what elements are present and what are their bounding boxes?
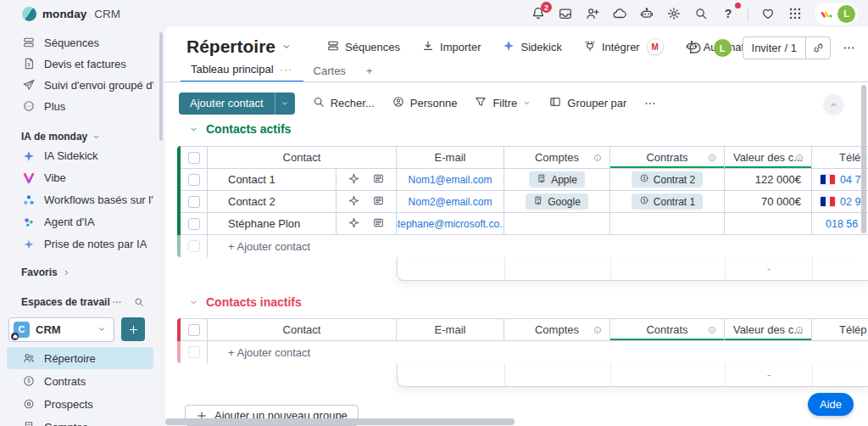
group-by-button[interactable]: Grouper par — [548, 95, 626, 111]
row-checkbox[interactable] — [188, 218, 200, 230]
info-icon[interactable] — [593, 153, 603, 165]
contact-name[interactable]: Contact 2 — [208, 191, 337, 212]
column-header-email[interactable]: E-mail — [397, 319, 504, 340]
contract-chip[interactable]: $ Contrat 2 — [632, 171, 703, 188]
info-icon[interactable] — [593, 325, 603, 338]
sidebar-board-repertoire[interactable]: Répertoire — [7, 347, 153, 369]
empty-cell[interactable] — [725, 213, 812, 234]
tab-tableau-principal[interactable]: Tableau principal ··· — [181, 63, 303, 82]
sidebar-item-sequences[interactable]: Séquences — [7, 32, 153, 53]
column-header-comptes[interactable]: Comptes — [504, 319, 610, 340]
search-icon[interactable] — [133, 296, 145, 308]
horizontal-scrollbar[interactable] — [165, 418, 515, 425]
email-link[interactable]: Nom2@email.com — [409, 196, 492, 208]
email-link[interactable]: stephane@microsoft.co... — [397, 218, 504, 230]
column-header-valeur[interactable]: Valeur des c... — [725, 319, 812, 340]
invite-button[interactable]: Inviter / 1 — [743, 42, 805, 54]
sidebar-item-ai-agent[interactable]: Agent d'IA — [7, 211, 153, 233]
board-title[interactable]: Répertoire — [186, 36, 292, 57]
sidekick-action[interactable]: Sidekick — [502, 39, 561, 55]
sidebar-scrollbar[interactable] — [159, 32, 163, 141]
sidebar-section-favoris[interactable]: Favoris — [0, 264, 160, 281]
vertical-scrollbar[interactable] — [861, 85, 866, 233]
column-header-contrats[interactable]: Contrats — [610, 147, 725, 168]
empty-cell[interactable] — [504, 213, 610, 234]
add-contact-inline[interactable]: + Ajouter contact — [208, 235, 868, 257]
row-checkbox[interactable] — [188, 174, 200, 186]
inbox-icon[interactable] — [558, 6, 573, 21]
add-contact-inline[interactable]: + Ajouter contact — [208, 341, 868, 363]
heart-icon[interactable] — [760, 6, 776, 21]
add-contact-dropdown[interactable] — [275, 92, 295, 115]
sidebar-item-devis-factures[interactable]: $ Devis et factures — [7, 53, 153, 74]
column-header-contrats[interactable]: Contrats — [610, 319, 725, 340]
group-title-contacts-actifs[interactable]: Contacts actifs — [188, 122, 291, 136]
sidebar-board-comptes[interactable]: Comptes — [7, 416, 153, 426]
tab-cartes[interactable]: Cartes — [303, 64, 356, 82]
info-icon[interactable] — [794, 153, 804, 165]
contract-chip[interactable]: $ Contrat 1 — [632, 193, 703, 210]
deal-value[interactable]: 122 000€ — [725, 173, 811, 186]
info-icon[interactable] — [707, 325, 717, 338]
sidebar-board-prospects[interactable]: Prospects — [7, 393, 153, 415]
apps-grid-icon[interactable] — [787, 6, 803, 21]
phone-cell[interactable]: 02 99 — [812, 191, 868, 212]
add-view-tab[interactable]: + — [356, 64, 383, 82]
brand[interactable]: monday CRM — [22, 7, 120, 21]
share-link-icon[interactable] — [806, 37, 830, 59]
person-filter-button[interactable]: Personne — [392, 95, 458, 111]
info-icon[interactable] — [794, 325, 804, 338]
gear-icon[interactable] — [666, 6, 682, 21]
open-item-card-icon[interactable] — [372, 172, 385, 188]
email-link[interactable]: Nom1@email.com — [409, 174, 492, 186]
phone-cell[interactable]: 04 73 — [812, 169, 868, 190]
column-header-email[interactable]: E-mail — [397, 147, 504, 168]
quick-action-star-icon[interactable] — [348, 194, 360, 210]
collapse-header-button[interactable] — [823, 94, 844, 115]
column-header-contact[interactable]: Contact — [208, 319, 397, 340]
sequences-action[interactable]: Séquences — [326, 39, 400, 55]
column-header-telephone[interactable]: Télép — [812, 147, 868, 168]
bell-icon[interactable]: 2 — [531, 6, 546, 21]
info-icon[interactable] — [707, 153, 717, 165]
sidebar-item-ia-sidekick[interactable]: IA Sidekick — [7, 145, 153, 166]
contact-name[interactable]: Contact 1 — [208, 169, 337, 190]
sidebar-section-ia[interactable]: IA de monday — [0, 128, 160, 145]
group-title-contacts-inactifs[interactable]: Contacts inactifs — [188, 295, 302, 309]
sidebar-board-contrats[interactable]: $ Contrats — [7, 370, 153, 392]
import-action[interactable]: Importer — [421, 39, 481, 55]
quick-action-star-icon[interactable] — [348, 216, 360, 232]
add-contact-row[interactable]: + Ajouter contact — [181, 341, 868, 363]
toolbar-more-icon[interactable] — [643, 97, 657, 110]
integrate-action[interactable]: Intégrer M — [583, 38, 664, 55]
filter-button[interactable]: Filtre — [474, 95, 531, 111]
quick-action-star-icon[interactable] — [348, 172, 360, 188]
help-button[interactable]: Aide — [808, 393, 854, 416]
invite-user-icon[interactable] — [585, 6, 600, 21]
phone-cell[interactable]: 018 56 — [812, 213, 868, 234]
add-contact-row[interactable]: + Ajouter contact — [181, 235, 868, 257]
column-header-valeur[interactable]: Valeur des c... — [725, 147, 812, 168]
sidebar-item-suivi-emails[interactable]: Suivi d'envoi groupé d'e-mails — [7, 75, 153, 95]
select-all-checkbox[interactable] — [188, 324, 200, 336]
account-chip-apple[interactable]: Apple — [529, 171, 585, 188]
add-workspace-button[interactable] — [121, 317, 145, 341]
sidebar-item-vibe[interactable]: Vibe — [7, 167, 153, 188]
sidebar-item-ai-workflows[interactable]: Workflows basés sur l'IA — [7, 189, 153, 210]
user-avatar[interactable]: L — [837, 5, 855, 23]
contact-name[interactable]: Stéphane Plon — [208, 213, 337, 234]
sidebar-item-plus[interactable]: Plus — [7, 96, 153, 116]
column-header-contact[interactable]: Contact — [208, 147, 397, 168]
account-chip-google[interactable]: Google — [526, 193, 588, 210]
add-contact-button[interactable]: Ajouter contact — [179, 92, 295, 115]
cloud-icon[interactable] — [612, 6, 627, 21]
bot-icon[interactable] — [639, 6, 654, 21]
open-item-card-icon[interactable] — [372, 216, 385, 232]
board-menu-icon[interactable] — [842, 41, 856, 55]
column-header-telephone[interactable]: Télép — [812, 319, 868, 340]
select-all-checkbox[interactable] — [188, 152, 200, 164]
sidebar-item-ai-notes[interactable]: Prise de notes par IA — [7, 233, 153, 255]
row-checkbox[interactable] — [188, 196, 200, 208]
empty-cell[interactable] — [610, 213, 725, 234]
column-header-comptes[interactable]: Comptes — [504, 147, 610, 168]
